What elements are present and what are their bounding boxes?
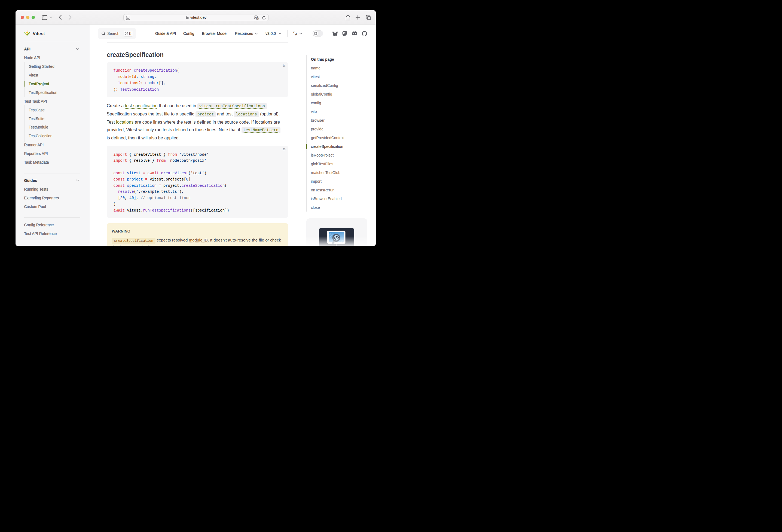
- svg-text:x̄: x̄: [293, 31, 295, 34]
- svg-text:A: A: [295, 33, 297, 36]
- svg-text:文: 文: [257, 17, 259, 19]
